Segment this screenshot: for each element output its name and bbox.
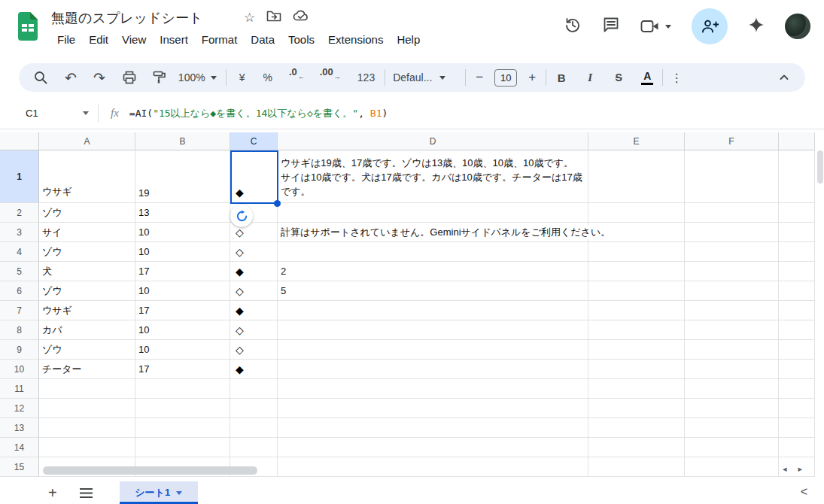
redo-button[interactable]: ↷	[88, 66, 111, 89]
cell-B12[interactable]	[135, 399, 230, 418]
cell-C9[interactable]: ◇	[230, 340, 278, 360]
cell-A1[interactable]: ウサギ	[39, 150, 135, 203]
cell-A3[interactable]: サイ	[39, 223, 135, 242]
cell-B5[interactable]: 17	[135, 262, 230, 281]
decrease-font-size-button[interactable]: −	[470, 66, 488, 89]
row-header-15[interactable]: 15	[0, 457, 39, 477]
cell-D2[interactable]	[278, 203, 588, 223]
cell-A12[interactable]	[39, 399, 135, 418]
cell-D10[interactable]	[278, 360, 588, 379]
column-header-D[interactable]: D	[278, 132, 588, 150]
increase-font-size-button[interactable]: +	[523, 66, 541, 89]
toolbar-overflow-button[interactable]: ⋮	[667, 66, 686, 89]
cell-F7[interactable]	[685, 301, 779, 320]
menu-help[interactable]: Help	[390, 31, 427, 48]
format-percent-button[interactable]: %	[257, 66, 277, 89]
cell-F8[interactable]	[685, 320, 779, 340]
bold-button[interactable]: B	[551, 66, 572, 89]
column-header-A[interactable]: A	[39, 132, 135, 150]
select-all-corner[interactable]	[0, 132, 39, 150]
sheets-logo[interactable]	[16, 11, 40, 44]
search-icon[interactable]	[28, 66, 53, 89]
sheet-tab[interactable]: シート1	[120, 481, 198, 504]
cell-D9[interactable]	[278, 340, 588, 360]
cell-A9[interactable]: ゾウ	[39, 340, 135, 360]
cell-A8[interactable]: カバ	[39, 320, 135, 340]
version-history-icon[interactable]	[564, 16, 582, 37]
decrease-decimal-button[interactable]: .0←	[284, 66, 310, 89]
menu-file[interactable]: File	[50, 31, 82, 48]
cell-E10[interactable]	[588, 360, 685, 379]
cell-G2[interactable]	[779, 203, 815, 223]
cell-D12[interactable]	[278, 399, 588, 418]
cell-C12[interactable]	[230, 399, 278, 418]
column-header-partial[interactable]	[779, 132, 815, 150]
cell-B13[interactable]	[135, 418, 230, 438]
cell-B2[interactable]: 13	[135, 203, 230, 223]
column-header-F[interactable]: F	[685, 132, 779, 150]
row-header-6[interactable]: 6	[0, 281, 39, 301]
cell-G5[interactable]	[779, 262, 815, 281]
cell-A13[interactable]	[39, 418, 135, 438]
cell-B3[interactable]: 10	[135, 223, 230, 242]
row-header-4[interactable]: 4	[0, 242, 39, 262]
all-sheets-menu-icon[interactable]	[80, 488, 93, 490]
more-formats-button[interactable]: 123	[352, 66, 380, 89]
cell-A4[interactable]: ゾウ	[39, 242, 135, 262]
cell-B4[interactable]: 10	[135, 242, 230, 262]
cell-F12[interactable]	[685, 399, 779, 418]
zoom-control[interactable]: 100%	[178, 71, 217, 83]
menu-data[interactable]: Data	[244, 31, 281, 48]
increase-decimal-button[interactable]: .00→	[315, 66, 346, 89]
row-header-9[interactable]: 9	[0, 340, 39, 360]
cell-G6[interactable]	[779, 281, 815, 301]
cell-G13[interactable]	[779, 418, 815, 438]
italic-button[interactable]: I	[579, 66, 601, 89]
cell-C4[interactable]: ◇	[230, 242, 278, 262]
cell-F15[interactable]	[685, 457, 779, 477]
cell-G9[interactable]	[779, 340, 815, 360]
cell-D8[interactable]	[278, 320, 588, 340]
cell-E13[interactable]	[588, 418, 685, 438]
row-header-3[interactable]: 3	[0, 223, 39, 242]
cell-F1[interactable]	[685, 150, 779, 203]
cell-C13[interactable]	[230, 418, 278, 438]
cell-A7[interactable]: ウサギ	[39, 301, 135, 320]
cell-B14[interactable]	[135, 438, 230, 457]
cell-E8[interactable]	[588, 320, 685, 340]
menu-insert[interactable]: Insert	[153, 31, 195, 48]
row-header-11[interactable]: 11	[0, 379, 39, 399]
cell-G11[interactable]	[779, 379, 815, 399]
share-button[interactable]	[692, 8, 728, 44]
cell-F3[interactable]	[685, 223, 779, 242]
cell-B6[interactable]: 10	[135, 281, 230, 301]
cell-B8[interactable]: 10	[135, 320, 230, 340]
cell-G3[interactable]	[779, 223, 815, 242]
cell-B1[interactable]: 19	[135, 150, 230, 203]
star-icon[interactable]: ☆	[244, 11, 255, 24]
document-title[interactable]: 無題のスプレッドシート	[51, 9, 202, 27]
cell-D7[interactable]	[278, 301, 588, 320]
format-currency-button[interactable]: ¥	[234, 66, 251, 89]
cell-A2[interactable]: ゾウ	[39, 203, 135, 223]
cell-D15[interactable]	[278, 457, 588, 477]
cell-G4[interactable]	[779, 242, 815, 262]
cell-A11[interactable]	[39, 379, 135, 399]
cell-E9[interactable]	[588, 340, 685, 360]
scroll-left-button[interactable]: ◂	[783, 464, 787, 474]
menu-edit[interactable]: Edit	[82, 31, 115, 48]
cell-C14[interactable]	[230, 438, 278, 457]
cell-C10[interactable]: ◆	[230, 360, 278, 379]
comments-icon[interactable]	[602, 16, 620, 37]
row-header-12[interactable]: 12	[0, 399, 39, 418]
video-call-button[interactable]	[640, 20, 671, 33]
cell-E7[interactable]	[588, 301, 685, 320]
horizontal-scrollbar[interactable]	[43, 466, 257, 475]
cell-D5[interactable]: 2	[278, 262, 588, 281]
move-folder-icon[interactable]	[266, 10, 281, 25]
cell-D13[interactable]	[278, 418, 588, 438]
cell-F13[interactable]	[685, 418, 779, 438]
cell-F11[interactable]	[685, 379, 779, 399]
cell-B7[interactable]: 17	[135, 301, 230, 320]
cell-D3[interactable]: 計算はサポートされていません。Geminiサイドパネルをご利用ください。	[278, 223, 588, 242]
